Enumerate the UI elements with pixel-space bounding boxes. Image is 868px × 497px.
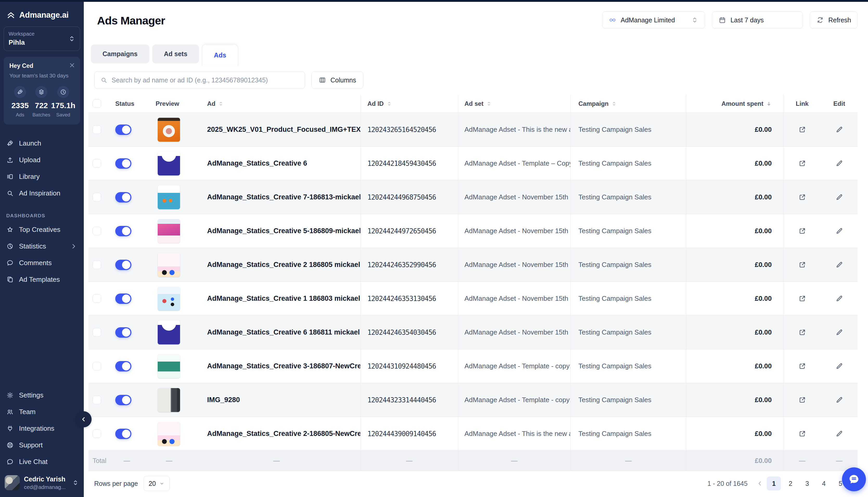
status-toggle[interactable] [115, 158, 132, 169]
refresh-button[interactable]: Refresh [810, 12, 858, 29]
page-button-4[interactable]: 4 [817, 477, 831, 491]
ad-preview-thumbnail[interactable] [158, 354, 180, 378]
edit-icon[interactable] [835, 159, 843, 167]
sidebar-collapse-button[interactable] [75, 411, 92, 427]
edit-icon[interactable] [835, 295, 843, 302]
sidebar-item-comments[interactable]: Comments [6, 255, 78, 271]
ad-preview-thumbnail[interactable] [158, 118, 180, 142]
edit-icon[interactable] [835, 430, 843, 438]
sidebar-item-settings[interactable]: Settings [6, 387, 78, 403]
edit-icon[interactable] [835, 227, 843, 235]
ad-name[interactable]: 2025_WK25_V01_Product_Focused_IMG+TEXT_C [207, 126, 360, 133]
column-header-ad-set[interactable]: Ad set [458, 95, 570, 113]
status-toggle[interactable] [115, 226, 132, 236]
workspace-selector[interactable]: Workspace Pihla [4, 27, 80, 51]
ad-name[interactable]: AdManage_Statics_Creative 3-186807-NewCr… [207, 362, 360, 370]
sidebar-item-integrations[interactable]: Integrations [6, 420, 78, 437]
status-toggle[interactable] [115, 327, 132, 338]
external-link-icon[interactable] [798, 159, 806, 167]
sidebar-item-team[interactable]: Team [6, 403, 78, 420]
edit-icon[interactable] [835, 261, 843, 269]
column-header-ad[interactable]: Ad [193, 95, 360, 113]
sidebar-item-live-chat[interactable]: Live Chat [6, 453, 78, 470]
external-link-icon[interactable] [798, 295, 806, 302]
total-dash: — [166, 457, 173, 465]
ad-preview-thumbnail[interactable] [158, 422, 180, 446]
sidebar-item-statistics[interactable]: Statistics [6, 238, 78, 255]
row-checkbox[interactable] [93, 193, 101, 201]
ad-name[interactable]: AdManage_Statics_Creative 2-186805-NewCr… [207, 430, 360, 438]
columns-button[interactable]: Columns [312, 71, 363, 89]
previous-page-button[interactable] [756, 480, 763, 487]
column-header-ad-id[interactable]: Ad ID [360, 95, 458, 113]
user-menu[interactable]: Cedric Yarish ced@admanag... [0, 470, 84, 497]
page-button-2[interactable]: 2 [783, 477, 798, 491]
external-link-icon[interactable] [798, 126, 806, 133]
edit-icon[interactable] [835, 396, 843, 404]
external-link-icon[interactable] [798, 396, 806, 404]
ad-preview-thumbnail[interactable] [158, 185, 180, 209]
close-icon[interactable] [69, 62, 75, 69]
row-checkbox[interactable] [93, 396, 101, 404]
ad-name[interactable]: AdManage_Statics_Creative 6 [207, 159, 307, 167]
row-checkbox[interactable] [93, 125, 101, 134]
row-checkbox[interactable] [93, 159, 101, 168]
sidebar-item-support[interactable]: Support [6, 437, 78, 453]
ad-name[interactable]: AdManage_Statics_Creative 7-186813-micka… [207, 193, 360, 201]
page-button-3[interactable]: 3 [800, 477, 814, 491]
sidebar-item-ad-inspiration[interactable]: Ad Inspiration [6, 185, 78, 201]
search-input[interactable] [112, 76, 299, 84]
status-toggle[interactable] [115, 294, 132, 304]
external-link-icon[interactable] [798, 430, 806, 438]
edit-icon[interactable] [835, 328, 843, 336]
status-toggle[interactable] [115, 260, 132, 270]
row-checkbox[interactable] [93, 260, 101, 269]
column-header-amount-spent[interactable]: Amount spent [686, 95, 783, 113]
page-button-1[interactable]: 1 [767, 477, 781, 491]
account-select[interactable]: AdManage Limited [602, 12, 705, 29]
sidebar-item-library[interactable]: Library [6, 168, 78, 185]
edit-icon[interactable] [835, 126, 843, 133]
status-toggle[interactable] [115, 395, 132, 405]
ad-name[interactable]: AdManage_Statics_Creative 6 186811 micka… [207, 328, 360, 336]
edit-icon[interactable] [835, 362, 843, 370]
external-link-icon[interactable] [798, 193, 806, 201]
sidebar-item-launch[interactable]: Launch [6, 135, 78, 152]
row-checkbox[interactable] [93, 429, 101, 438]
sidebar-item-ad-templates[interactable]: Ad Templates [6, 271, 78, 288]
ad-name[interactable]: AdManage_Statics_Creative 2 186805 micka… [207, 261, 360, 269]
ad-preview-thumbnail[interactable] [158, 219, 180, 243]
external-link-icon[interactable] [798, 261, 806, 269]
ad-preview-thumbnail[interactable] [158, 287, 180, 311]
ad-name[interactable]: IMG_9280 [207, 396, 240, 404]
tab-ad-sets[interactable]: Ad sets [152, 44, 199, 63]
status-toggle[interactable] [115, 192, 132, 202]
tab-ads[interactable]: Ads [202, 44, 238, 66]
ad-preview-thumbnail[interactable] [158, 152, 180, 175]
row-checkbox[interactable] [93, 328, 101, 337]
rows-per-page-select[interactable]: 20 [143, 476, 170, 491]
ad-name[interactable]: AdManage_Statics_Creative 1 186803 micka… [207, 295, 360, 302]
row-checkbox[interactable] [93, 362, 101, 370]
sidebar-item-upload[interactable]: Upload [6, 152, 78, 168]
row-checkbox[interactable] [93, 227, 101, 235]
external-link-icon[interactable] [798, 227, 806, 235]
status-toggle[interactable] [115, 125, 132, 135]
tab-campaigns[interactable]: Campaigns [91, 44, 149, 63]
column-header-campaign[interactable]: Campaign [570, 95, 686, 113]
date-range-picker[interactable]: Last 7 days [712, 12, 803, 29]
row-checkbox[interactable] [93, 294, 101, 303]
logo[interactable]: Admanage.ai [0, 0, 84, 20]
ad-name[interactable]: AdManage_Statics_Creative 5-186809-micka… [207, 227, 360, 235]
sidebar-item-top-creatives[interactable]: Top Creatives [6, 221, 78, 238]
external-link-icon[interactable] [798, 362, 806, 370]
ad-preview-thumbnail[interactable] [158, 321, 180, 344]
external-link-icon[interactable] [798, 328, 806, 336]
live-chat-fab[interactable] [842, 467, 866, 491]
ad-preview-thumbnail[interactable] [158, 388, 180, 412]
select-all-checkbox[interactable] [93, 99, 101, 108]
ad-preview-thumbnail[interactable] [158, 253, 180, 277]
status-toggle[interactable] [115, 429, 132, 439]
edit-icon[interactable] [835, 193, 843, 201]
status-toggle[interactable] [115, 361, 132, 371]
